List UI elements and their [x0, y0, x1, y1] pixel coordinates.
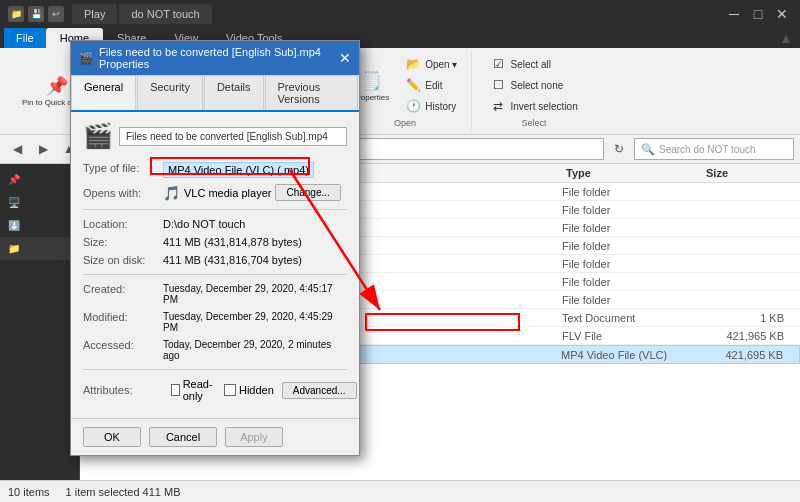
dialog-size-value: 411 MB (431,814,878 bytes) — [163, 236, 347, 248]
watermark: dafpro.com — [751, 468, 796, 478]
dialog-accessed-label: Accessed: — [83, 339, 163, 361]
pin-icon: 📌 — [45, 74, 69, 98]
dialog-attributes-label: Attributes: — [83, 384, 163, 396]
dialog-type-row: Type of file: MP4 Video File (VLC) (.mp4… — [83, 162, 347, 178]
select-all-icon: ☑ — [490, 56, 506, 72]
change-button[interactable]: Change... — [275, 184, 340, 201]
tab-file[interactable]: File — [4, 28, 46, 48]
invert-icon: ⇄ — [490, 98, 506, 114]
divider-2 — [83, 274, 347, 275]
items-count: 10 items — [8, 486, 50, 498]
readonly-checkbox[interactable]: Read-only — [171, 378, 216, 402]
dialog-accessed-row: Accessed: Today, December 29, 2020, 2 mi… — [83, 339, 347, 361]
undo-icon: ↩ — [48, 6, 64, 22]
divider-3 — [83, 369, 347, 370]
hidden-checkbox-box[interactable] — [224, 384, 236, 396]
dialog-title-left: 🎬 Files need to be converted [English Su… — [79, 46, 339, 70]
dialog-accessed-value: Today, December 29, 2020, 2 minutes ago — [163, 339, 347, 361]
dialog-created-row: Created: Tuesday, December 29, 2020, 4:4… — [83, 283, 347, 305]
hidden-checkbox[interactable]: Hidden — [224, 384, 274, 396]
open-buttons: 🗒️ Properties 📂 Open ▾ ✏️ Edit 🕐 History — [347, 54, 464, 116]
search-placeholder: Search do NOT touch — [659, 144, 756, 155]
dialog-size-label: Size: — [83, 236, 163, 248]
tab-play[interactable]: Play — [72, 4, 117, 24]
dialog-filename-input[interactable] — [119, 127, 347, 146]
open-col: 📂 Open ▾ ✏️ Edit 🕐 History — [399, 54, 463, 116]
select-none-icon: ☐ — [490, 77, 506, 93]
dialog-size-row: Size: 411 MB (431,814,878 bytes) — [83, 236, 347, 248]
select-all-button[interactable]: ☑ Select all — [484, 54, 583, 74]
file-type-1: File folder — [562, 204, 702, 216]
dialog-opens-row: Opens with: 🎵 VLC media player Change... — [83, 184, 347, 201]
history-icon: 🕐 — [405, 98, 421, 114]
dialog-file-icon: 🎬 — [83, 122, 113, 150]
open-button[interactable]: 📂 Open ▾ — [399, 54, 463, 74]
apply-button[interactable]: Apply — [225, 427, 283, 447]
select-none-button[interactable]: ☐ Select none — [484, 75, 583, 95]
file-type-6: File folder — [562, 294, 702, 306]
dialog-title-icon: 🎬 — [79, 52, 93, 65]
col-header-type[interactable]: Type — [562, 167, 702, 179]
open-icon: 📂 — [405, 56, 421, 72]
maximize-button[interactable]: □ — [748, 4, 768, 24]
sidebar-item-pinquick[interactable]: 📌 — [0, 168, 79, 191]
refresh-button[interactable]: ↻ — [608, 138, 630, 160]
readonly-checkbox-box[interactable] — [171, 384, 180, 396]
advanced-button[interactable]: Advanced... — [282, 382, 357, 399]
dialog-location-value: D:\do NOT touch — [163, 218, 347, 230]
dialog-tab-prevversions[interactable]: Previous Versions — [265, 75, 358, 110]
sidebar-item-downloads[interactable]: ⬇️ — [0, 214, 79, 237]
select-col: ☑ Select all ☐ Select none ⇄ Invert sele… — [484, 54, 583, 116]
file-type-0: File folder — [562, 186, 702, 198]
status-bar: 10 items 1 item selected 411 MB — [0, 480, 800, 502]
history-button[interactable]: 🕐 History — [399, 96, 463, 116]
file-size-8: 421,965 KB — [702, 330, 792, 342]
dialog-close-button[interactable]: ✕ — [339, 50, 351, 66]
properties-icon: 🗒️ — [359, 69, 383, 93]
vlc-icon: 🎵 — [163, 185, 180, 201]
invert-selection-button[interactable]: ⇄ Invert selection — [484, 96, 583, 116]
dialog-tab-security[interactable]: Security — [137, 75, 203, 110]
file-type-5: File folder — [562, 276, 702, 288]
dialog-location-row: Location: D:\do NOT touch — [83, 218, 347, 230]
properties-dialog: 🎬 Files need to be converted [English Su… — [70, 40, 360, 456]
forward-button[interactable]: ▶ — [32, 138, 54, 160]
sidebar-item-desktop[interactable]: 🖥️ — [0, 191, 79, 214]
ok-button[interactable]: OK — [83, 427, 141, 447]
file-type-8: FLV File — [562, 330, 702, 342]
dialog-title-text: Files need to be converted [English Sub]… — [99, 46, 339, 70]
edit-button[interactable]: ✏️ Edit — [399, 75, 463, 95]
dialog-tabs: General Security Details Previous Versio… — [71, 75, 359, 112]
dialog-modified-label: Modified: — [83, 311, 163, 333]
sidebar-item-files[interactable]: 📁 — [0, 237, 79, 260]
readonly-label: Read-only — [183, 378, 216, 402]
dialog-sizeondisk-label: Size on disk: — [83, 254, 163, 266]
dialog-footer: OK Cancel Apply — [71, 418, 359, 455]
dialog-sizeondisk-row: Size on disk: 411 MB (431,816,704 bytes) — [83, 254, 347, 266]
hidden-label: Hidden — [239, 384, 274, 396]
dialog-tab-details[interactable]: Details — [204, 75, 264, 110]
back-button[interactable]: ◀ — [6, 138, 28, 160]
close-button[interactable]: ✕ — [772, 4, 792, 24]
ribbon-minimize-button[interactable]: ▲ — [776, 28, 796, 48]
dialog-titlebar: 🎬 Files need to be converted [English Su… — [71, 41, 359, 75]
dialog-modified-row: Modified: Tuesday, December 29, 2020, 4:… — [83, 311, 347, 333]
dialog-attributes-row: Attributes: Read-only Hidden Advanced... — [83, 378, 347, 402]
dialog-tab-general[interactable]: General — [71, 75, 136, 110]
minimize-button[interactable]: ─ — [724, 4, 744, 24]
file-type-3: File folder — [562, 240, 702, 252]
dialog-modified-value: Tuesday, December 29, 2020, 4:45:29 PM — [163, 311, 347, 333]
desktop-icon: 🖥️ — [8, 197, 20, 208]
file-size-9: 421,695 KB — [701, 349, 791, 361]
search-box[interactable]: 🔍 Search do NOT touch — [634, 138, 794, 160]
cancel-button[interactable]: Cancel — [149, 427, 217, 447]
files-icon: 📁 — [8, 243, 20, 254]
tab-donot[interactable]: do NOT touch — [119, 4, 211, 24]
pin-quick-icon: 📌 — [8, 174, 20, 185]
col-header-size[interactable]: Size — [702, 167, 792, 179]
dialog-opens-label: Opens with: — [83, 187, 163, 199]
open-group-label: Open — [394, 118, 416, 128]
dialog-location-label: Location: — [83, 218, 163, 230]
file-type-7: Text Document — [562, 312, 702, 324]
title-bar: 📁 💾 ↩ Play do NOT touch ─ □ ✕ — [0, 0, 800, 28]
